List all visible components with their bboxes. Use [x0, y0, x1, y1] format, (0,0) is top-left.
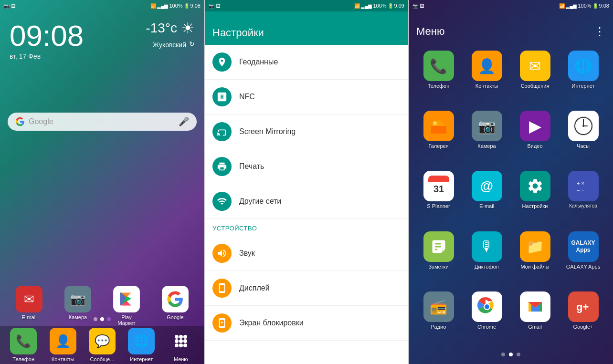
settings-icon — [527, 177, 544, 195]
menu-app-gallery[interactable]: Галерея — [416, 108, 461, 164]
google-logo — [15, 117, 25, 126]
screen-mirroring-icon — [212, 122, 232, 141]
menu-app-video[interactable]: ▶ Видео — [513, 108, 557, 164]
dock-phone-label: Телефон — [12, 356, 34, 362]
calculator-icon: + × – ÷ — [575, 177, 592, 195]
home-screen: 📷 🖼 📶 ▂▄▆ 100% 🔋 9:08 09:08 вт, 17 Фев -… — [0, 0, 204, 364]
svg-rect-20 — [428, 179, 449, 182]
notes-icon — [430, 238, 447, 255]
dock-contacts[interactable]: 👤 Контакты — [50, 328, 76, 362]
menu-app-clock[interactable]: Часы — [561, 108, 605, 164]
weather-sun-icon: ☀ — [181, 19, 195, 37]
svg-text:31: 31 — [433, 184, 444, 194]
settings-header: Настройки — [205, 11, 408, 45]
menu-app-radio[interactable]: 📻 Радио — [416, 289, 461, 345]
menu-app-recorder[interactable]: 🎙 Диктофон — [465, 229, 509, 285]
settings-status-left: 📷 🖼 — [209, 3, 221, 9]
menu-myfiles-label: Мои файлы — [520, 264, 549, 270]
dock-phone[interactable]: 📞 Телефон — [10, 328, 37, 362]
weather-temp: -13°c — [146, 21, 177, 36]
svg-point-29 — [485, 305, 489, 309]
dock-internet[interactable]: 🌐 Интернет — [128, 328, 155, 362]
svg-point-8 — [183, 343, 187, 347]
svg-point-2 — [183, 335, 187, 339]
menu-app-messages[interactable]: ✉ Сообщения — [513, 48, 557, 104]
menu-phone-label: Телефон — [428, 83, 450, 89]
display-icon — [212, 279, 232, 298]
more-options-icon[interactable]: ⋮ — [594, 25, 605, 38]
page-dot-menu-1 — [501, 353, 505, 356]
menu-gmail-label: Gmail — [528, 324, 542, 330]
menu-googleplus-label: Google+ — [573, 324, 593, 330]
home-app-email-label: E-mail — [21, 314, 36, 320]
menu-splanner-label: S Planner — [427, 203, 450, 209]
home-app-camera[interactable]: 📷 Камера — [64, 286, 91, 326]
menu-app-galaxy-apps[interactable]: GALAXYApps GALAXY Apps — [561, 229, 605, 285]
gmail-icon — [526, 297, 545, 316]
googleplus-icon: g+ — [574, 298, 592, 316]
menu-camera-label: Камера — [477, 143, 496, 149]
menu-app-googleplus[interactable]: g+ Google+ — [561, 289, 605, 345]
settings-section-device: УСТРОЙСТВО — [205, 219, 408, 236]
menu-signal-icon: ▂▄▆ — [566, 3, 577, 9]
menu-phone-icon: 📞 — [430, 58, 447, 74]
menu-app-gmail[interactable]: Gmail — [513, 289, 557, 345]
menu-app-notes[interactable]: Заметки — [416, 229, 461, 285]
microphone-icon[interactable]: 🎤 — [179, 116, 189, 127]
menu-app-splanner[interactable]: 31 S Planner — [416, 168, 461, 224]
refresh-icon[interactable]: ↻ — [189, 40, 195, 48]
apps-grid: 📞 Телефон 👤 Контакты ✉ Сообщения 🌐 Интер… — [409, 44, 613, 349]
menu-internet-label: Интернет — [572, 83, 595, 89]
signal-bars-icon: ▂▄▆ — [157, 3, 168, 9]
status-right-icons: 📶 ▂▄▆ 100% 🔋 9:08 — [150, 3, 201, 9]
clock-icon — [573, 115, 594, 136]
messages-icon: 💬 — [95, 334, 110, 349]
search-bar[interactable]: Google 🎤 — [8, 113, 197, 131]
menu-title: Меню — [416, 25, 444, 38]
settings-item-sound[interactable]: Звук — [205, 236, 408, 271]
home-app-google[interactable]: Google — [162, 286, 189, 326]
dock-internet-label: Интернет — [130, 356, 153, 362]
menu-app-phone[interactable]: 📞 Телефон — [416, 48, 461, 104]
settings-signal-icon: ▂▄▆ — [361, 3, 372, 9]
menu-app-internet[interactable]: 🌐 Интернет — [561, 48, 605, 104]
settings-lock-screen-label: Экран блокировки — [239, 319, 304, 327]
dock-messages[interactable]: 💬 Сообще... — [89, 328, 116, 362]
menu-battery: 100% — [578, 3, 591, 9]
settings-item-display[interactable]: Дисплей — [205, 271, 408, 306]
settings-item-geodata[interactable]: Геоданные — [205, 45, 408, 80]
svg-point-3 — [175, 339, 179, 343]
menu-app-settings[interactable]: Настройки — [513, 168, 557, 224]
menu-app-email[interactable]: @ E-mail — [465, 168, 509, 224]
menu-settings-label: Настройки — [522, 203, 548, 209]
menu-app-camera[interactable]: 📷 Камера — [465, 108, 509, 164]
dock-menu[interactable]: Меню — [168, 328, 194, 362]
menu-app-chrome[interactable]: Chrome — [465, 289, 509, 345]
settings-status-bar: 📷 🖼 📶 ▂▄▆ 100% 🔋 9:09 — [205, 0, 408, 11]
menu-email-icon: @ — [480, 178, 493, 194]
menu-notes-label: Заметки — [428, 264, 448, 270]
svg-text:+ ×: + × — [577, 180, 584, 186]
settings-time: 9:09 — [394, 3, 404, 9]
menu-radio-label: Радио — [431, 324, 446, 330]
settings-battery: 100% — [373, 3, 386, 9]
menu-camera-icon: 📷 — [478, 118, 496, 135]
settings-item-print[interactable]: Печать — [205, 149, 408, 184]
settings-item-screen-mirroring[interactable]: Screen Mirroring — [205, 114, 408, 149]
settings-item-other-networks[interactable]: Другие сети — [205, 184, 408, 219]
geodata-icon — [212, 52, 232, 72]
google-app-icon — [167, 291, 184, 308]
contacts-icon: 👤 — [55, 334, 71, 349]
menu-app-calculator[interactable]: + × – ÷ Калькулятор — [561, 168, 605, 224]
home-app-email[interactable]: ✉ E-mail — [16, 286, 42, 326]
menu-app-contacts[interactable]: 👤 Контакты — [465, 48, 509, 104]
menu-video-label: Видео — [527, 143, 542, 149]
settings-list: Геоданные NFC Screen Mirroring — [205, 45, 408, 364]
settings-item-lock-screen[interactable]: Экран блокировки — [205, 306, 408, 341]
menu-status-left: 📷 🖼 — [412, 3, 424, 9]
home-app-play[interactable]: PlayМаркет — [113, 286, 140, 326]
settings-item-nfc[interactable]: NFC — [205, 80, 408, 114]
settings-display-label: Дисплей — [239, 284, 270, 292]
sound-icon — [212, 244, 232, 263]
menu-app-myfiles[interactable]: 📁 Мои файлы — [513, 229, 557, 285]
